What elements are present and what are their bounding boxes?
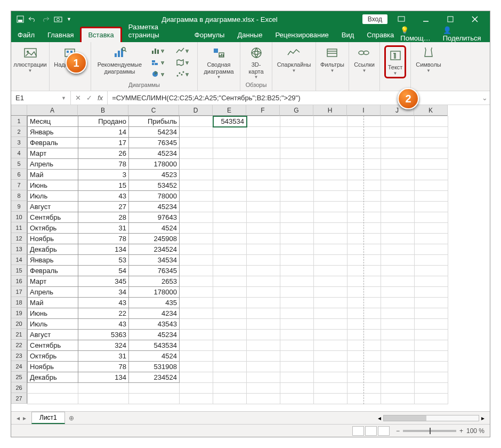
cell[interactable]: 134 (78, 244, 129, 255)
cell[interactable] (381, 330, 415, 340)
cell[interactable] (415, 266, 448, 276)
cell[interactable]: 53 (78, 255, 129, 266)
cell[interactable] (381, 116, 415, 127)
cell[interactable]: 134 (78, 372, 129, 383)
cell[interactable] (129, 383, 180, 394)
cell[interactable] (314, 266, 348, 276)
cell[interactable] (180, 212, 213, 223)
cell[interactable] (415, 287, 448, 298)
cell[interactable]: Декабрь (28, 372, 78, 383)
cell[interactable] (314, 127, 348, 138)
cell[interactable] (314, 234, 348, 244)
cell[interactable] (247, 372, 280, 383)
cell[interactable] (415, 234, 448, 244)
cell[interactable] (180, 362, 213, 372)
tab-data[interactable]: Данные (231, 28, 269, 42)
cell[interactable] (381, 362, 415, 372)
cell[interactable] (180, 266, 213, 276)
row-header[interactable]: 6 (11, 169, 27, 180)
cell[interactable] (213, 223, 247, 234)
cell[interactable] (247, 159, 280, 170)
cell[interactable]: Прибыль (129, 116, 180, 127)
cell[interactable] (280, 170, 314, 180)
cell[interactable] (280, 255, 314, 266)
cell[interactable]: Ноябрь (28, 234, 78, 244)
cell[interactable] (213, 255, 247, 266)
zoom-in-button[interactable]: + (459, 427, 463, 435)
cell[interactable] (213, 180, 247, 191)
cell[interactable] (213, 351, 247, 362)
cell[interactable] (381, 298, 415, 308)
cell[interactable] (314, 308, 348, 319)
cell[interactable]: Апрель (28, 159, 78, 170)
cell[interactable] (180, 148, 213, 159)
cell[interactable] (180, 308, 213, 319)
cell[interactable] (247, 319, 280, 330)
cell[interactable] (247, 202, 280, 212)
cell[interactable] (280, 148, 314, 159)
cell[interactable] (381, 180, 415, 191)
cell[interactable] (180, 383, 213, 394)
cell[interactable] (415, 127, 448, 138)
cell[interactable]: Май (28, 298, 78, 308)
cell[interactable] (213, 202, 247, 212)
qat-dropdown-icon[interactable]: ▼ (67, 17, 71, 22)
cell[interactable] (180, 234, 213, 244)
cell[interactable] (415, 212, 448, 223)
cell[interactable] (348, 191, 381, 202)
cell[interactable]: 531908 (129, 362, 180, 372)
cell[interactable] (314, 298, 348, 308)
cell[interactable]: 76345 (129, 266, 180, 276)
illustrations-button[interactable]: ллюстрации▼ (13, 45, 46, 73)
cell[interactable] (381, 372, 415, 383)
tab-insert[interactable]: Вставка (80, 27, 122, 42)
tab-review[interactable]: Рецензирование (269, 28, 335, 42)
cell[interactable] (280, 223, 314, 234)
cell[interactable]: 45234 (129, 202, 180, 212)
cell[interactable]: 3 (78, 170, 129, 180)
cell[interactable] (381, 138, 415, 148)
tab-formulas[interactable]: Формулы (188, 28, 231, 42)
cell[interactable]: 78 (78, 362, 129, 372)
cell[interactable]: 22 (78, 308, 129, 319)
cell[interactable] (247, 255, 280, 266)
cell[interactable] (247, 127, 280, 138)
view-pagebreak-button[interactable] (378, 426, 390, 436)
cell[interactable] (348, 372, 381, 383)
cell[interactable] (213, 244, 247, 255)
cell[interactable]: 543534 (129, 340, 180, 351)
cell[interactable] (280, 191, 314, 202)
sheet-nav-next-icon[interactable]: ▸ (23, 414, 26, 422)
cell[interactable]: 4524 (129, 351, 180, 362)
cell[interactable] (180, 394, 213, 404)
expand-formula-icon[interactable]: ⌄ (479, 94, 490, 102)
cell[interactable] (314, 319, 348, 330)
cell[interactable] (180, 223, 213, 234)
cell[interactable] (280, 159, 314, 170)
cell[interactable]: 34534 (129, 255, 180, 266)
tab-view[interactable]: Вид (335, 28, 361, 42)
cell[interactable] (348, 202, 381, 212)
cell[interactable] (348, 308, 381, 319)
formula-input[interactable]: =СУММЕСЛИМН(C2:C25;A2:A25;"Сентябрь";B2:… (108, 94, 479, 102)
row-header[interactable]: 9 (11, 201, 27, 212)
cell[interactable] (381, 127, 415, 138)
cell[interactable] (415, 255, 448, 266)
cell[interactable]: Октябрь (28, 223, 78, 234)
cell[interactable] (213, 170, 247, 180)
cell[interactable]: Продано (78, 116, 129, 127)
cell[interactable] (348, 276, 381, 287)
col-header-E[interactable]: E (213, 105, 246, 116)
cell[interactable] (314, 362, 348, 372)
cell[interactable] (280, 116, 314, 127)
chart-pie-button[interactable]: ▾ (148, 69, 168, 79)
text-button[interactable]: Текст▼ (384, 45, 407, 78)
col-header-A[interactable]: A (27, 105, 78, 116)
cell[interactable] (213, 138, 247, 148)
cell[interactable] (381, 287, 415, 298)
recommended-charts-button[interactable]: Рекомендуемые диаграммы (95, 45, 144, 75)
cell[interactable] (247, 212, 280, 223)
cell[interactable] (415, 202, 448, 212)
row-header[interactable]: 15 (11, 265, 27, 276)
cancel-formula-icon[interactable]: ✕ (75, 94, 81, 102)
